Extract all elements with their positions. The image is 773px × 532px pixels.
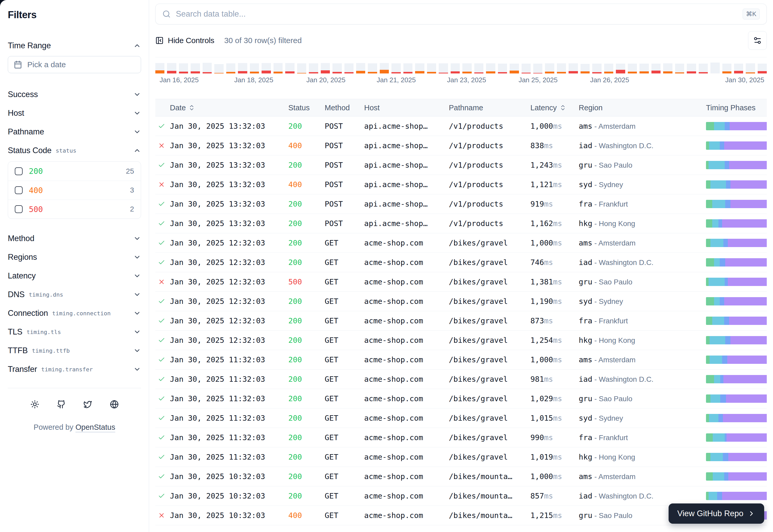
timeline-bar[interactable]: [309, 63, 318, 73]
sidebar-section-ttfb[interactable]: TTFB timing.ttfb: [8, 341, 141, 360]
timeline-bar[interactable]: [474, 63, 483, 73]
status-code-option[interactable]: 500 2: [8, 200, 141, 219]
table-row[interactable]: Jan 30, 2025 12:32:03 500 GET acme-shop.…: [155, 272, 767, 292]
search-bar[interactable]: ⌘K: [155, 4, 767, 24]
search-input[interactable]: [176, 9, 737, 19]
timeline-bar[interactable]: [545, 63, 554, 73]
github-icon[interactable]: [56, 399, 67, 410]
table-row[interactable]: Jan 30, 2025 12:32:03 200 GET acme-shop.…: [155, 292, 767, 311]
sidebar-section-time-range[interactable]: Time Range: [8, 36, 141, 55]
view-github-repo-button[interactable]: View GitHub Repo: [669, 503, 764, 524]
timeline-bar[interactable]: [285, 63, 294, 73]
sidebar-section-tls[interactable]: TLS timing.tls: [8, 323, 141, 341]
timeline-bar[interactable]: [533, 64, 542, 73]
table-row[interactable]: Jan 30, 2025 11:32:03 200 GET acme-shop.…: [155, 350, 767, 370]
timeline-bar[interactable]: [486, 63, 495, 73]
timeline-bar[interactable]: [640, 64, 649, 73]
timeline-bar[interactable]: [344, 63, 354, 73]
checkbox[interactable]: [15, 205, 23, 213]
header-region[interactable]: Region: [577, 104, 704, 112]
timeline-bar[interactable]: [333, 63, 342, 73]
timeline-bar[interactable]: [427, 63, 436, 73]
timeline-bar[interactable]: [155, 63, 164, 73]
timeline-bar[interactable]: [451, 63, 460, 73]
timeline-bar[interactable]: [356, 63, 365, 73]
table-row[interactable]: Jan 30, 2025 13:32:03 200 POST api.acme-…: [155, 155, 767, 175]
hide-controls-button[interactable]: Hide Controls: [155, 36, 214, 45]
timeline-bar[interactable]: [710, 63, 720, 73]
sidebar-section-regions[interactable]: Regions: [8, 248, 141, 267]
sidebar-section-pathname[interactable]: Pathname: [8, 122, 141, 141]
checkbox[interactable]: [15, 167, 23, 175]
sidebar-section-latency[interactable]: Latency: [8, 267, 141, 285]
timeline-bar[interactable]: [250, 63, 259, 73]
timeline-bar[interactable]: [462, 63, 471, 73]
timeline-bar[interactable]: [746, 63, 755, 73]
table-row[interactable]: Jan 30, 2025 13:32:03 400 POST api.acme-…: [155, 136, 767, 155]
timeline-bar[interactable]: [167, 63, 176, 73]
table-row[interactable]: Jan 30, 2025 12:32:03 200 GET acme-shop.…: [155, 311, 767, 331]
timeline-bar[interactable]: [226, 63, 235, 73]
timeline-bar[interactable]: [274, 63, 283, 73]
timeline-bar[interactable]: [380, 63, 389, 73]
status-code-option[interactable]: 200 25: [8, 162, 141, 181]
table-row[interactable]: Jan 30, 2025 13:32:03 400 POST api.acme-…: [155, 175, 767, 194]
timeline-bar[interactable]: [581, 64, 590, 73]
timeline-bar[interactable]: [403, 63, 412, 73]
timeline-bar[interactable]: [391, 63, 401, 73]
table-row[interactable]: Jan 30, 2025 12:32:03 200 GET acme-shop.…: [155, 331, 767, 350]
timeline-bar[interactable]: [262, 63, 271, 73]
timeline-bar[interactable]: [439, 63, 448, 73]
timeline-bar[interactable]: [179, 63, 188, 73]
timeline-bar[interactable]: [510, 64, 519, 73]
table-row[interactable]: Jan 30, 2025 11:32:03 200 GET acme-shop.…: [155, 447, 767, 467]
timeline-bar[interactable]: [616, 64, 625, 73]
timeline-bar[interactable]: [652, 64, 661, 73]
timeline-bar[interactable]: [415, 63, 424, 73]
view-options-button[interactable]: [748, 31, 767, 50]
timeline-bar[interactable]: [214, 64, 224, 73]
checkbox[interactable]: [15, 186, 23, 194]
table-row[interactable]: Jan 30, 2025 11:32:03 200 GET acme-shop.…: [155, 389, 767, 408]
theme-toggle-sun-icon[interactable]: [29, 399, 40, 410]
table-row[interactable]: Jan 30, 2025 13:32:03 200 POST api.acme-…: [155, 214, 767, 233]
sidebar-section-dns[interactable]: DNS timing.dns: [8, 285, 141, 304]
timeline-bar[interactable]: [498, 64, 507, 73]
date-picker-input[interactable]: Pick a date: [8, 56, 141, 73]
timeline-bar[interactable]: [368, 63, 377, 73]
timeline-bar[interactable]: [568, 63, 578, 73]
openstatus-link[interactable]: OpenStatus: [76, 423, 115, 431]
table-row[interactable]: Jan 30, 2025 12:32:03 200 GET acme-shop.…: [155, 253, 767, 272]
header-status[interactable]: Status: [287, 104, 323, 112]
timeline-bar[interactable]: [557, 63, 566, 73]
timeline-bar[interactable]: [321, 63, 330, 73]
timeline-bar[interactable]: [722, 64, 731, 73]
globe-icon[interactable]: [108, 399, 120, 410]
header-latency[interactable]: Latency: [529, 104, 577, 112]
timeline-bar[interactable]: [758, 64, 767, 73]
table-row[interactable]: Jan 30, 2025 12:32:03 200 GET acme-shop.…: [155, 233, 767, 253]
header-date[interactable]: Date: [168, 104, 287, 112]
sidebar-section-host[interactable]: Host: [8, 104, 141, 122]
timeline-bar[interactable]: [604, 64, 613, 73]
table-row[interactable]: Jan 30, 2025 13:32:03 200 POST api.acme-…: [155, 194, 767, 214]
timeline-bar[interactable]: [521, 64, 531, 73]
table-row[interactable]: Jan 30, 2025 13:32:03 200 POST api.acme-…: [155, 117, 767, 136]
twitter-icon[interactable]: [82, 399, 93, 410]
timeline-bar[interactable]: [592, 64, 601, 73]
table-row[interactable]: Jan 30, 2025 10:32:03 200 GET acme-shop.…: [155, 467, 767, 486]
status-code-option[interactable]: 400 3: [8, 181, 141, 200]
header-method[interactable]: Method: [323, 104, 363, 112]
timeline-bar[interactable]: [190, 63, 200, 73]
table-row[interactable]: Jan 30, 2025 11:32:03 200 GET acme-shop.…: [155, 408, 767, 428]
table-row[interactable]: Jan 30, 2025 11:32:03 200 GET acme-shop.…: [155, 428, 767, 447]
sidebar-section-success[interactable]: Success: [8, 85, 141, 104]
sidebar-section-status-code[interactable]: Status Code status: [8, 141, 141, 160]
timeline-bar[interactable]: [297, 63, 306, 73]
header-timing-phases[interactable]: Timing Phases: [704, 104, 767, 112]
timeline-bar[interactable]: [699, 64, 708, 73]
table-row[interactable]: Jan 30, 2025 11:32:03 200 GET acme-shop.…: [155, 370, 767, 389]
sidebar-section-connection[interactable]: Connection timing.connection: [8, 304, 141, 323]
sidebar-section-transfer[interactable]: Transfer timing.transfer: [8, 360, 141, 379]
sidebar-section-method[interactable]: Method: [8, 229, 141, 248]
